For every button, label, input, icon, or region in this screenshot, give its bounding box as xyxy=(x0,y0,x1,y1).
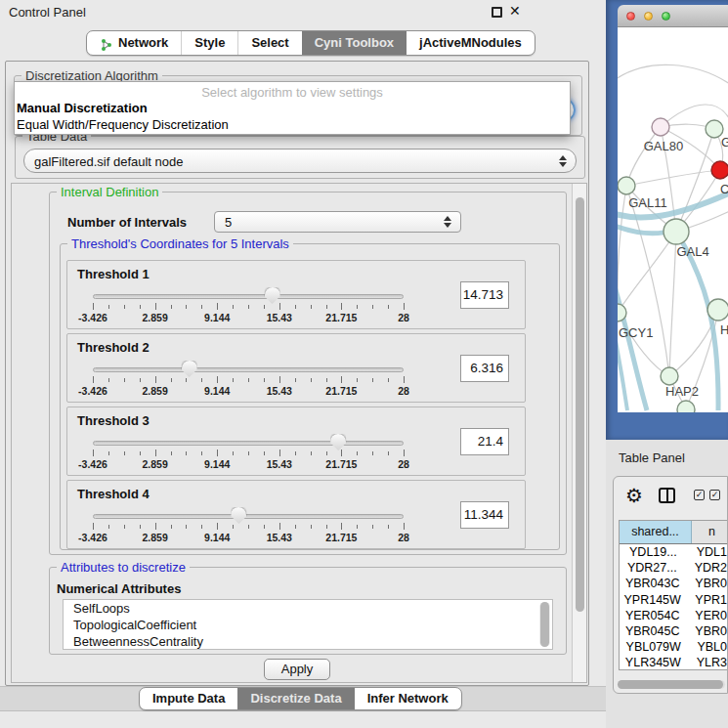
threshold-3-slider[interactable]: -3.4262.8599.14415.4321.71528 xyxy=(93,439,404,474)
threshold-1-slider[interactable]: -3.4262.8599.14415.4321.71528 xyxy=(93,292,404,327)
slider-track[interactable] xyxy=(93,514,404,519)
cell-name[interactable]: YBR0 xyxy=(685,576,727,591)
cell-shared-name[interactable]: YDL19... xyxy=(620,544,687,560)
close-icon[interactable]: ✕ xyxy=(509,3,521,19)
tick-mark xyxy=(357,451,358,455)
node-bottom[interactable] xyxy=(677,401,695,412)
threshold-value-field[interactable]: 11.344 xyxy=(460,501,509,529)
table-row[interactable]: YLR345WYLR3 xyxy=(620,655,727,670)
tick-mark xyxy=(357,525,358,529)
cell-shared-name[interactable]: YBR045C xyxy=(620,623,685,639)
tab-jactivemnodules[interactable]: jActiveMNodules xyxy=(407,31,535,55)
threshold-2-slider[interactable]: -3.4262.8599.14415.4321.71528 xyxy=(93,365,404,401)
dropdown-option-equal-width-frequency[interactable]: Equal Width/Frequency Discretization xyxy=(17,117,229,132)
number-of-intervals-combobox[interactable]: 5 xyxy=(214,211,461,233)
table-row[interactable]: YBR045CYBR0 xyxy=(620,623,727,639)
zoom-traffic-light[interactable] xyxy=(662,12,670,21)
slider-track[interactable] xyxy=(93,294,404,299)
tick-mark xyxy=(93,450,94,456)
checkbox-icon[interactable]: ✓ xyxy=(694,490,705,500)
minimize-traffic-light[interactable] xyxy=(644,12,653,21)
tab-impute-data[interactable]: Impute Data xyxy=(140,688,237,709)
threshold-value-field[interactable]: 6.316 xyxy=(460,355,509,382)
cell-name[interactable]: YDL1 xyxy=(687,544,727,560)
cell-shared-name[interactable]: YBL079W xyxy=(620,639,687,655)
tab-network[interactable]: Network xyxy=(87,31,181,55)
settings-vertical-scrollbar[interactable] xyxy=(572,184,586,682)
node-h[interactable] xyxy=(707,299,728,321)
node-gal80[interactable] xyxy=(652,118,669,136)
tick-mark xyxy=(108,378,109,382)
slider-thumb[interactable] xyxy=(265,287,280,304)
tick-mark xyxy=(217,303,218,310)
table-row[interactable]: YDR27...YDR2 xyxy=(620,560,727,576)
attribute-list-item[interactable]: SelfLoops xyxy=(64,600,552,617)
numerical-attributes-list[interactable]: SelfLoopsTopologicalCoefficientBetweenne… xyxy=(63,599,553,650)
table-row[interactable]: YER054CYER0 xyxy=(620,608,727,623)
cell-name[interactable]: YDR2 xyxy=(685,560,727,576)
dropdown-placeholder-option[interactable]: Select algorithm to view settings xyxy=(15,85,570,100)
checkbox-icon[interactable]: ✓ xyxy=(709,490,720,500)
cell-shared-name[interactable]: YLR345W xyxy=(620,655,687,670)
attribute-list-item[interactable]: BetweennessCentrality xyxy=(64,633,552,650)
close-traffic-light[interactable] xyxy=(626,12,635,21)
slider-track[interactable] xyxy=(93,441,404,446)
attribute-list-item[interactable]: TopologicalCoefficient xyxy=(64,617,552,633)
threshold-value-field[interactable]: 14.713 xyxy=(460,281,509,309)
tab-select[interactable]: Select xyxy=(237,31,301,55)
table-row[interactable]: YBR043CYBR0 xyxy=(620,576,727,591)
node-gal11[interactable] xyxy=(618,177,635,194)
float-window-icon[interactable] xyxy=(492,7,502,18)
scrollbar-thumb[interactable] xyxy=(576,197,584,612)
cell-shared-name[interactable]: YPR145W xyxy=(620,592,685,608)
cell-shared-name[interactable]: YDR27... xyxy=(620,560,685,576)
node-gal4[interactable] xyxy=(664,219,689,244)
tick-mark xyxy=(248,378,249,382)
cell-name[interactable]: YPR1 xyxy=(685,592,727,608)
tab-infer-network[interactable]: Infer Network xyxy=(355,688,461,709)
column-header-name[interactable]: n xyxy=(692,521,727,543)
table-row[interactable]: YPR145WYPR1 xyxy=(620,592,727,608)
tick-mark xyxy=(124,525,125,529)
label-partial-g: GA xyxy=(721,135,728,150)
slider-track[interactable] xyxy=(93,367,404,372)
network-canvas[interactable]: GAL80 GA C GAL11 GAL4 GCY1 H HAP2 xyxy=(618,27,728,412)
cell-shared-name[interactable]: YER054C xyxy=(620,608,685,623)
table-row[interactable]: YBL079WYBL0 xyxy=(620,639,727,655)
network-view-window: GAL80 GA C GAL11 GAL4 GCY1 H HAP2 xyxy=(606,0,728,440)
cell-name[interactable]: YBL0 xyxy=(687,639,727,655)
stepper-icon xyxy=(559,155,567,167)
cell-name[interactable]: YBR0 xyxy=(685,623,727,639)
numerical-attributes-label: Numerical Attributes xyxy=(57,581,181,596)
table-data-group: Table Data galFiltered.sif default node xyxy=(15,136,585,179)
settings-scroll-viewport: Interval Definition Number of Intervals … xyxy=(11,183,587,683)
scrollbar-thumb[interactable] xyxy=(540,602,549,647)
node-hap2[interactable] xyxy=(661,367,678,385)
threshold-value-field[interactable]: 21.4 xyxy=(460,428,509,455)
tick-mark xyxy=(357,305,358,309)
list-scrollbar[interactable] xyxy=(539,602,550,647)
apply-button[interactable]: Apply xyxy=(264,659,330,680)
tab-style[interactable]: Style xyxy=(181,31,237,55)
tab-cyni-toolbox[interactable]: Cyni Toolbox xyxy=(302,31,407,55)
tick-label: 21.715 xyxy=(325,458,357,470)
slider-thumb[interactable] xyxy=(231,507,246,524)
scrollbar-thumb[interactable] xyxy=(618,680,723,689)
slider-thumb[interactable] xyxy=(182,361,197,377)
split-columns-icon[interactable] xyxy=(659,488,675,503)
tick-label: 28 xyxy=(398,385,409,397)
table-horizontal-scrollbar[interactable] xyxy=(618,680,725,689)
column-header-shared-name[interactable]: shared... xyxy=(620,521,692,543)
table-data-combobox[interactable]: galFiltered.sif default node xyxy=(23,149,577,173)
cell-shared-name[interactable]: YBR043C xyxy=(620,576,685,591)
cell-name[interactable]: YLR3 xyxy=(687,655,727,670)
node-red-selected[interactable] xyxy=(711,161,728,179)
tab-discretize-data[interactable]: Discretize Data xyxy=(237,688,354,709)
table-row[interactable]: YDL19...YDL1 xyxy=(620,544,727,560)
tick-mark xyxy=(217,450,218,456)
threshold-4-slider[interactable]: -3.4262.8599.14415.4321.71528 xyxy=(93,512,404,547)
cell-name[interactable]: YER0 xyxy=(685,608,727,623)
slider-thumb[interactable] xyxy=(330,434,346,450)
dropdown-option-manual-discretization[interactable]: Manual Discretization xyxy=(17,101,148,115)
gear-icon[interactable]: ⚙ xyxy=(625,484,643,507)
